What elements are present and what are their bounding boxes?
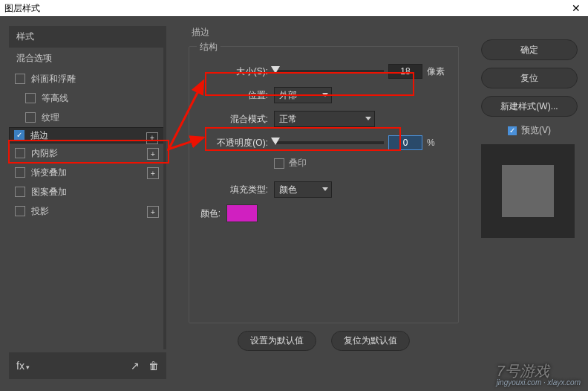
style-item-label: 渐变叠加: [31, 167, 67, 179]
position-select[interactable]: 外部: [274, 87, 332, 103]
style-item-label: 等高线: [42, 92, 68, 105]
position-row: 位置: 外部: [200, 85, 448, 105]
style-item-label: 纹理: [42, 112, 59, 124]
reset-default-button[interactable]: 复位为默认值: [331, 331, 410, 351]
overprint-label: 叠印: [289, 157, 307, 169]
dialog-title: 图层样式: [4, 2, 40, 15]
structure-group: 结构 大小(S): 18 像素 位置: 外部 混合模式: 正常 不透明度(O):…: [189, 46, 459, 323]
opacity-row: 不透明度(O): 0 %: [200, 133, 448, 152]
style-item-0[interactable]: 斜面和浮雕: [9, 69, 166, 88]
filltype-select[interactable]: 颜色: [274, 181, 332, 198]
style-item-label: 图案叠加: [31, 186, 67, 198]
size-row: 大小(S): 18 像素: [200, 62, 448, 81]
ok-button[interactable]: 确定: [481, 39, 578, 60]
position-label: 位置:: [200, 89, 268, 102]
panel-title: 描边: [192, 26, 465, 39]
title-bar: 图层样式 ✕: [0, 0, 588, 16]
style-item-5[interactable]: 渐变叠加+: [9, 163, 166, 182]
size-input[interactable]: 18: [388, 64, 422, 79]
preview-swatch: [502, 165, 554, 217]
filltype-label: 填充类型:: [200, 184, 268, 196]
style-item-3[interactable]: ✓描边+: [9, 127, 166, 143]
style-item-label: 描边: [30, 128, 48, 143]
color-row: 颜色:: [200, 204, 448, 223]
style-checkbox[interactable]: [25, 93, 36, 103]
style-checkbox[interactable]: [15, 74, 25, 84]
color-label: 颜色:: [185, 207, 220, 220]
style-item-7[interactable]: 投影+: [9, 201, 166, 221]
opacity-unit: %: [427, 138, 448, 148]
style-item-6[interactable]: 图案叠加: [9, 182, 166, 201]
watermark: 7号游戏jingyouxi.com · xlayx.com: [497, 361, 581, 387]
settings-panel: 描边 结构 大小(S): 18 像素 位置: 外部 混合模式: 正常 不透明度(…: [183, 26, 465, 379]
overprint-checkbox[interactable]: [274, 158, 284, 169]
chevron-down-icon: [322, 93, 328, 97]
preview-checkbox[interactable]: ✓: [508, 126, 517, 135]
size-unit: 像素: [427, 65, 448, 78]
style-item-label: 投影: [31, 205, 49, 218]
opacity-label: 不透明度(O):: [200, 137, 268, 149]
blendmode-label: 混合模式:: [200, 113, 268, 126]
add-instance-icon[interactable]: +: [146, 132, 158, 144]
close-icon[interactable]: ✕: [569, 2, 584, 14]
trash-icon[interactable]: 🗑: [148, 360, 159, 372]
preview-box: [481, 144, 575, 238]
fx-menu-icon[interactable]: fx ▾: [16, 360, 30, 372]
defaults-buttons: 设置为默认值 复位为默认值: [183, 331, 465, 351]
sidebar-header-styles[interactable]: 样式: [9, 26, 166, 48]
size-slider[interactable]: [274, 70, 384, 73]
styles-sidebar: 样式 混合选项 斜面和浮雕等高线纹理✓描边+内阴影+渐变叠加+图案叠加投影+ f…: [9, 26, 166, 379]
sidebar-footer: fx ▾ ↗ 🗑: [9, 352, 166, 379]
preview-toggle[interactable]: ✓ 预览(V): [481, 124, 578, 137]
add-instance-icon[interactable]: +: [147, 148, 159, 160]
style-checkbox[interactable]: ✓: [14, 130, 24, 140]
action-column: 确定 复位 新建样式(W)... ✓ 预览(V): [481, 39, 578, 238]
style-checkbox[interactable]: [15, 167, 25, 178]
style-checkbox[interactable]: [15, 148, 25, 158]
new-style-button[interactable]: 新建样式(W)...: [481, 96, 578, 117]
dialog-body: 样式 混合选项 斜面和浮雕等高线纹理✓描边+内阴影+渐变叠加+图案叠加投影+ f…: [0, 16, 588, 391]
blendmode-select[interactable]: 正常: [274, 111, 375, 127]
style-checkbox[interactable]: [15, 206, 25, 216]
style-item-1[interactable]: 等高线: [9, 88, 166, 108]
style-checkbox[interactable]: [25, 112, 36, 123]
style-item-4[interactable]: 内阴影+: [9, 143, 166, 163]
style-item-2[interactable]: 纹理: [9, 108, 166, 127]
add-instance-icon[interactable]: +: [147, 206, 159, 218]
style-item-label: 斜面和浮雕: [31, 73, 76, 85]
style-checkbox[interactable]: [15, 187, 25, 197]
sidebar-scrollbar[interactable]: [163, 26, 166, 349]
overprint-row[interactable]: 叠印: [274, 157, 448, 169]
opacity-input[interactable]: 0: [388, 135, 422, 150]
preview-label: 预览(V): [521, 124, 551, 137]
chevron-down-icon: [322, 187, 328, 191]
color-swatch[interactable]: [226, 204, 258, 222]
structure-group-title: 结构: [197, 41, 220, 54]
arrow-export-icon[interactable]: ↗: [131, 360, 140, 372]
blendmode-row: 混合模式: 正常: [200, 109, 448, 129]
make-default-button[interactable]: 设置为默认值: [238, 331, 316, 351]
add-instance-icon[interactable]: +: [147, 167, 159, 179]
sidebar-header-blend[interactable]: 混合选项: [9, 48, 166, 69]
chevron-down-icon: [365, 117, 371, 120]
size-label: 大小(S):: [200, 65, 268, 78]
opacity-slider[interactable]: [274, 141, 384, 144]
cancel-button[interactable]: 复位: [481, 68, 578, 88]
style-item-label: 内阴影: [31, 147, 58, 160]
filltype-row: 填充类型: 颜色: [200, 180, 448, 199]
